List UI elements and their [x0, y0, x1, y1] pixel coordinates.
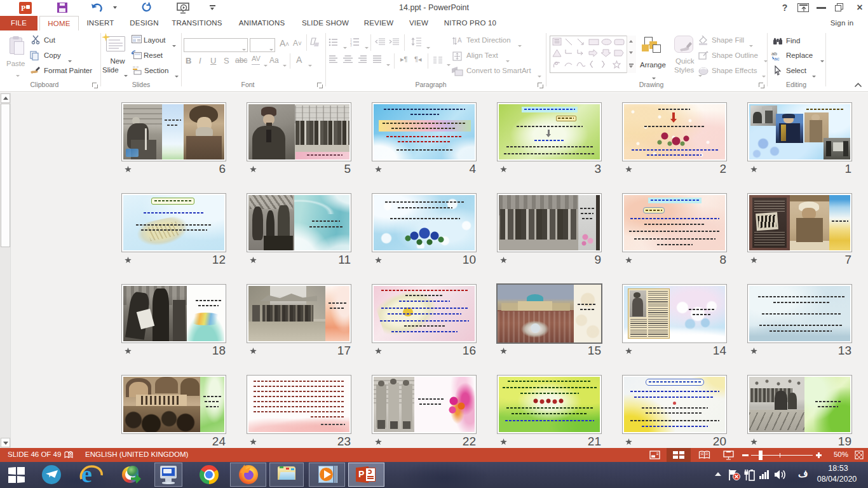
svg-text:3: 3 [350, 43, 352, 46]
svg-text:ac: ac [774, 56, 779, 61]
svg-text:A: A [458, 37, 462, 44]
